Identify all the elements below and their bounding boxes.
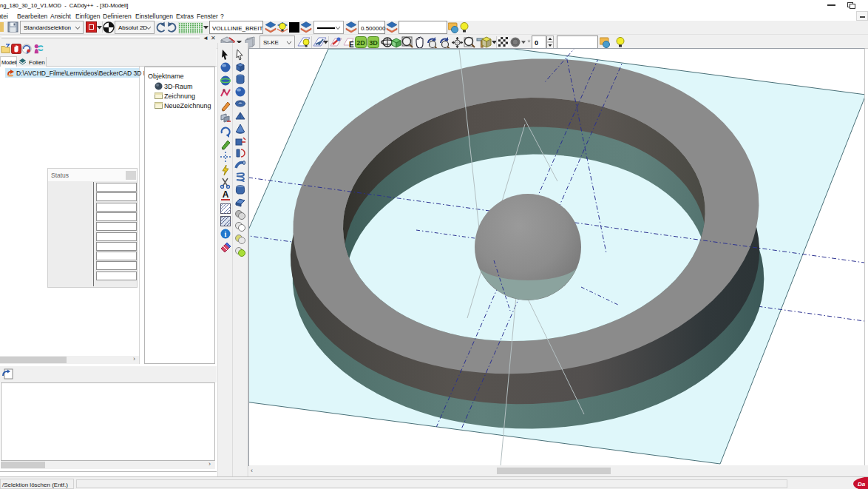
svg-text:3D: 3D [369, 39, 378, 47]
svg-text:A: A [223, 189, 229, 200]
svg-text:2D: 2D [356, 39, 365, 47]
svg-text:i: i [225, 230, 227, 238]
svg-text:Da: Da [858, 481, 866, 488]
